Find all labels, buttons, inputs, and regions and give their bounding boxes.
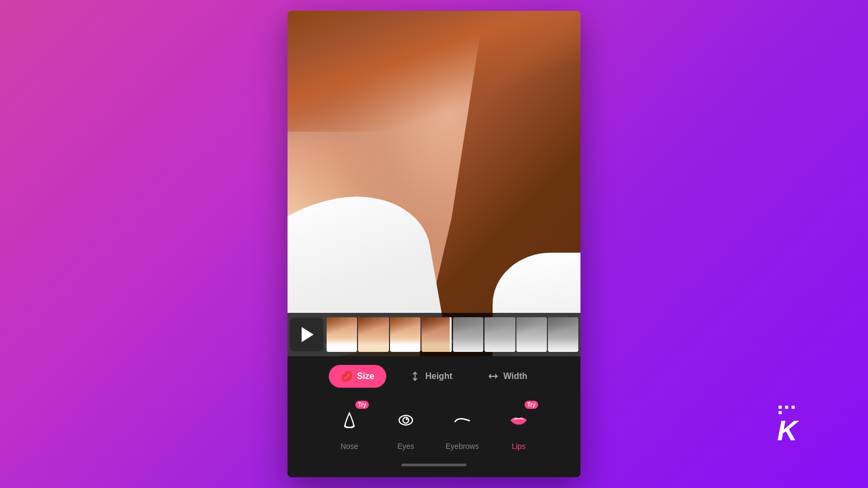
nose-label: Nose	[341, 442, 359, 451]
film-frame	[516, 317, 547, 352]
eyes-icon-wrap	[388, 403, 423, 438]
home-bar	[401, 464, 467, 466]
width-tab-label: Width	[503, 371, 527, 381]
lips-icon	[506, 407, 532, 433]
film-frame	[484, 317, 515, 352]
nose-icon	[337, 408, 361, 432]
watermark-k: K	[777, 416, 797, 445]
height-tab-icon	[409, 370, 421, 382]
eyebrows-label: Eyebrows	[445, 442, 478, 451]
height-tab-label: Height	[425, 371, 452, 381]
size-tab-icon: 💋	[341, 370, 353, 382]
watermark: K	[777, 406, 797, 445]
tab-width[interactable]: Width	[475, 365, 539, 388]
watermark-dots	[778, 406, 796, 414]
svg-point-1	[403, 418, 409, 423]
timeline-marker	[450, 317, 451, 352]
phone-container: ↩	[288, 11, 580, 477]
nose-icon-wrap: Try	[332, 403, 367, 438]
eyebrows-icon	[450, 408, 474, 432]
lips-label: Lips	[512, 442, 526, 451]
svg-point-2	[406, 418, 408, 420]
play-button[interactable]	[290, 318, 323, 351]
width-tab-icon	[487, 370, 499, 382]
bottom-panel: 💋 Size Height Width	[288, 356, 580, 477]
tab-size[interactable]: 💋 Size	[329, 365, 386, 388]
size-tab-label: Size	[357, 371, 374, 381]
feature-eyes[interactable]: Eyes	[388, 403, 423, 451]
filmstrip	[288, 313, 580, 356]
eyes-icon	[394, 408, 418, 432]
film-frame	[390, 317, 420, 352]
tab-height[interactable]: Height	[397, 365, 464, 388]
play-icon	[302, 327, 314, 342]
film-frame	[327, 317, 357, 352]
lips-try-badge: Try	[525, 401, 538, 409]
lips-icon-wrap: Try	[501, 403, 536, 438]
film-frame	[358, 317, 388, 352]
eyes-label: Eyes	[397, 442, 414, 451]
video-area: ↩	[288, 11, 580, 356]
hair-top	[288, 11, 580, 132]
tabs-row: 💋 Size Height Width	[288, 365, 580, 396]
film-frame	[422, 317, 452, 352]
home-indicator	[288, 459, 580, 473]
feature-eyebrows[interactable]: Eyebrows	[445, 403, 480, 451]
film-frame	[453, 317, 483, 352]
nose-try-badge: Try	[355, 401, 369, 409]
k-logo: K	[777, 406, 797, 445]
feature-lips[interactable]: Try Lips	[501, 403, 536, 451]
features-row: Try Nose	[288, 396, 580, 459]
film-frame	[548, 317, 578, 352]
eyebrows-icon-wrap	[445, 403, 480, 438]
film-frames	[327, 317, 578, 352]
feature-nose[interactable]: Try Nose	[332, 403, 367, 451]
